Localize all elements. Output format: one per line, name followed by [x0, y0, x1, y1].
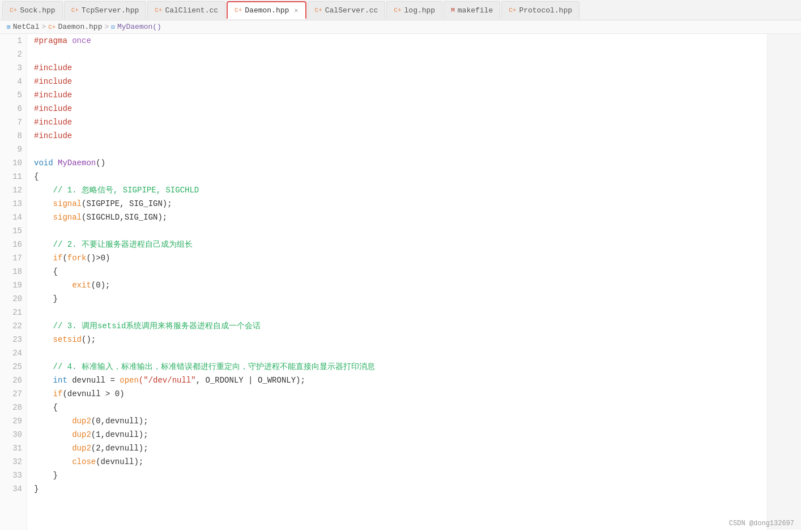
- line-number: 8: [5, 129, 22, 143]
- tab-icon-protocol: C+: [509, 7, 516, 14]
- tab-calserver[interactable]: C+ CalServer.cc: [308, 1, 386, 19]
- tab-sock[interactable]: C+ Sock.hpp: [2, 1, 63, 19]
- code-editor[interactable]: 1234567891011121314151617181920212223242…: [0, 34, 801, 530]
- code-line: #include: [34, 115, 767, 129]
- tab-calclient[interactable]: C+ CalClient.cc: [147, 1, 225, 19]
- line-number: 9: [5, 143, 22, 156]
- code-line: if(fork()>0): [34, 251, 767, 265]
- tab-bar: C+ Sock.hpp C+ TcpServer.hpp C+ CalClien…: [0, 0, 801, 20]
- line-number: 15: [5, 224, 22, 238]
- tab-icon-tcpserver: C+: [71, 7, 79, 14]
- tab-icon-calserver: C+: [315, 7, 322, 14]
- breadcrumb: ⊞ NetCal > C+ Daemon.hpp > ⊡ MyDaemon(): [0, 20, 801, 34]
- code-line: {: [34, 265, 767, 278]
- breadcrumb-file: Daemon.hpp: [58, 23, 102, 31]
- tab-daemon[interactable]: C+ Daemon.hpp ✕: [227, 1, 306, 19]
- breadcrumb-sep1: >: [41, 23, 46, 31]
- code-line: {: [34, 170, 767, 183]
- tab-icon-makefile: M: [451, 7, 455, 14]
- breadcrumb-func: MyDaemon(): [117, 23, 161, 31]
- line-number: 32: [5, 455, 22, 469]
- code-line: [34, 143, 767, 156]
- line-number: 19: [5, 278, 22, 292]
- line-number: 23: [5, 333, 22, 346]
- line-number: 4: [5, 75, 22, 88]
- code-line: #include: [34, 75, 767, 88]
- tab-protocol[interactable]: C+ Protocol.hpp: [501, 1, 580, 19]
- code-line: // 1. 忽略信号, SIGPIPE, SIGCHLD: [34, 183, 767, 197]
- tab-label-calclient: CalClient.cc: [165, 6, 218, 15]
- line-number: 20: [5, 292, 22, 306]
- line-number: 6: [5, 102, 22, 115]
- code-line: }: [34, 482, 767, 496]
- tab-close-daemon[interactable]: ✕: [294, 6, 298, 15]
- line-number: 10: [5, 156, 22, 170]
- tab-label-protocol: Protocol.hpp: [519, 6, 572, 15]
- line-number: 5: [5, 88, 22, 102]
- tab-icon-sock: C+: [10, 7, 17, 14]
- line-number: 14: [5, 211, 22, 224]
- tab-tcpserver[interactable]: C+ TcpServer.hpp: [64, 1, 147, 19]
- line-number: 21: [5, 306, 22, 319]
- line-number: 31: [5, 441, 22, 455]
- code-line: close(devnull);: [34, 455, 767, 469]
- code-line: [34, 48, 767, 61]
- tab-label-tcpserver: TcpServer.hpp: [82, 6, 139, 15]
- breadcrumb-project: NetCal: [13, 23, 40, 31]
- line-number: 26: [5, 374, 22, 387]
- line-number: 34: [5, 482, 22, 496]
- code-line: signal(SIGPIPE, SIG_IGN);: [34, 197, 767, 211]
- line-number: 18: [5, 265, 22, 278]
- line-number: 11: [5, 170, 22, 183]
- line-number: 1: [5, 34, 22, 48]
- code-line: [34, 224, 767, 238]
- code-line: // 4. 标准输入，标准输出，标准错误都进行重定向，守护进程不能直接向显示器打…: [34, 360, 767, 374]
- code-line: // 3. 调用setsid系统调用来将服务器进程自成一个会话: [34, 319, 767, 333]
- line-number: 16: [5, 238, 22, 251]
- line-number: 30: [5, 428, 22, 441]
- code-line: void MyDaemon(): [34, 156, 767, 170]
- tab-label-daemon: Daemon.hpp: [245, 6, 289, 15]
- tab-label-log: log.hpp: [404, 6, 436, 15]
- code-line: }: [34, 469, 767, 482]
- code-line: dup2(0,devnull);: [34, 414, 767, 428]
- code-line: [34, 306, 767, 319]
- tab-label-calserver: CalServer.cc: [325, 6, 378, 15]
- tab-label-sock: Sock.hpp: [20, 6, 55, 15]
- breadcrumb-file-icon: C+: [48, 24, 56, 31]
- tab-log[interactable]: C+ log.hpp: [386, 1, 442, 19]
- line-numbers: 1234567891011121314151617181920212223242…: [0, 34, 27, 530]
- code-line: #include: [34, 61, 767, 75]
- code-line: #pragma once: [34, 34, 767, 48]
- code-line: if(devnull > 0): [34, 387, 767, 401]
- breadcrumb-project-icon: ⊞: [7, 23, 11, 31]
- code-content: #pragma once #include#include#include#in…: [27, 34, 767, 530]
- code-line: dup2(2,devnull);: [34, 441, 767, 455]
- line-number: 28: [5, 401, 22, 414]
- code-line: exit(0);: [34, 278, 767, 292]
- line-number: 3: [5, 61, 22, 75]
- line-number: 27: [5, 387, 22, 401]
- code-line: #include: [34, 129, 767, 143]
- watermark: CSDN @dong132697: [729, 520, 794, 527]
- breadcrumb-sep2: >: [104, 23, 109, 31]
- code-line: setsid();: [34, 333, 767, 346]
- line-number: 22: [5, 319, 22, 333]
- line-number: 7: [5, 115, 22, 129]
- code-line: #include: [34, 102, 767, 115]
- minimap: [767, 34, 801, 530]
- tab-icon-calclient: C+: [155, 7, 162, 14]
- tab-makefile[interactable]: M makefile: [444, 1, 500, 19]
- tab-label-makefile: makefile: [458, 6, 493, 15]
- line-number: 29: [5, 414, 22, 428]
- code-line: dup2(1,devnull);: [34, 428, 767, 441]
- code-line: }: [34, 292, 767, 306]
- minimap-canvas: [768, 34, 801, 530]
- code-line: int devnull = open("/dev/null", O_RDONLY…: [34, 374, 767, 387]
- code-line: signal(SIGCHLD,SIG_IGN);: [34, 211, 767, 224]
- code-line: #include: [34, 88, 767, 102]
- code-line: // 2. 不要让服务器进程自己成为组长: [34, 238, 767, 251]
- line-number: 12: [5, 183, 22, 197]
- breadcrumb-func-icon: ⊡: [111, 23, 115, 31]
- line-number: 13: [5, 197, 22, 211]
